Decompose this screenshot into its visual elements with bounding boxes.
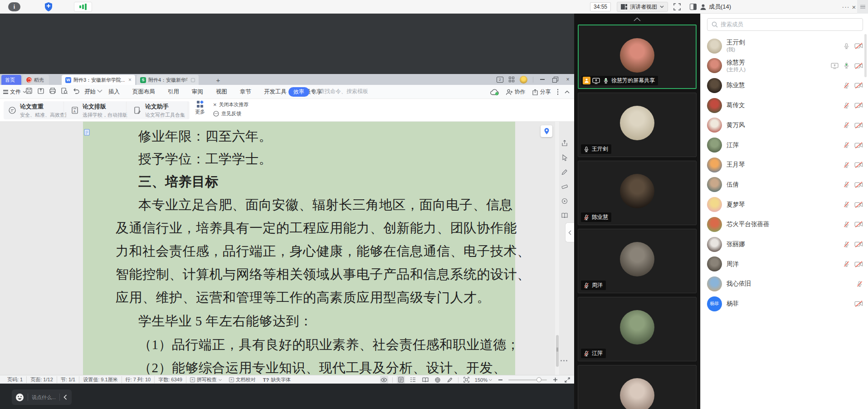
print-preview-icon[interactable] xyxy=(60,87,68,94)
side-pen-icon[interactable] xyxy=(561,168,569,176)
close-recommendation-button[interactable]: × 关闭本次推荐 xyxy=(213,101,249,108)
menu-7[interactable]: 章节 xyxy=(234,88,258,96)
side-panel-toggle-button[interactable] xyxy=(688,2,697,11)
restore-button[interactable] xyxy=(551,76,559,83)
zoom-in-button[interactable] xyxy=(551,376,559,384)
member-camera-button[interactable] xyxy=(854,63,863,69)
fit-page-icon[interactable] xyxy=(463,376,471,384)
member-row-陈业慧[interactable]: 陈业慧 xyxy=(701,75,868,95)
security-shield-icon[interactable] xyxy=(42,1,55,12)
zoom-level-button[interactable]: 150% xyxy=(475,377,492,383)
eye-protect-icon[interactable] xyxy=(380,376,388,384)
proofread-button[interactable]: ✕文档校对 xyxy=(225,376,259,383)
member-camera-button[interactable] xyxy=(854,142,863,148)
collaborate-button[interactable]: 协作 xyxy=(506,88,526,96)
member-row-葛传文[interactable]: 葛传文 xyxy=(701,95,868,115)
menu-2[interactable]: 插入 xyxy=(102,88,126,96)
member-mic-button[interactable] xyxy=(843,201,850,208)
member-mic-button[interactable] xyxy=(843,102,850,109)
collapse-ribbon-icon[interactable] xyxy=(565,90,570,94)
share-button[interactable]: 分享 xyxy=(532,88,551,96)
promo-more-button[interactable]: 更多 xyxy=(190,101,210,115)
video-tile-江萍[interactable]: 江萍 xyxy=(578,297,697,361)
member-row-徐慧芳[interactable]: 徐慧芳(主持人) xyxy=(701,56,868,76)
feedback-button[interactable]: 意见反馈 xyxy=(213,110,249,117)
chat-input-pill[interactable]: 说点什么... xyxy=(12,389,72,405)
export-icon[interactable] xyxy=(37,87,44,94)
panel-drag-handle[interactable] xyxy=(857,0,868,14)
spellcheck-button[interactable]: ✕拼写检查 xyxy=(186,376,225,383)
more-options-icon[interactable] xyxy=(557,89,559,95)
member-row-周洋[interactable]: 周洋 xyxy=(701,254,868,274)
full-screen-doc-icon[interactable] xyxy=(563,376,571,384)
member-row-伍倩[interactable]: 伍倩 xyxy=(701,175,868,195)
document-tab-1[interactable]: 首页 xyxy=(1,75,21,85)
side-ruler-icon[interactable] xyxy=(561,182,569,191)
side-share-icon[interactable] xyxy=(561,139,569,147)
menu-8[interactable]: 开发工具 xyxy=(258,88,293,96)
promo-card-3[interactable]: 论文助手论文写作工具合集 xyxy=(129,101,190,119)
collapse-strip-button[interactable] xyxy=(631,15,644,23)
member-search-box[interactable] xyxy=(707,18,863,31)
new-tab-button[interactable]: + xyxy=(213,75,223,85)
save-icon[interactable] xyxy=(25,87,33,94)
member-mic-button[interactable] xyxy=(843,241,850,248)
member-row-我心依旧[interactable]: 我心依旧 xyxy=(701,274,868,294)
member-camera-button[interactable] xyxy=(854,202,863,208)
member-row-芯火平台张蓓蓓[interactable]: 芯火平台张蓓蓓 xyxy=(701,214,868,234)
video-tile-徐慧芳的屏幕共享[interactable]: 徐慧芳的屏幕共享 xyxy=(578,25,697,89)
member-camera-button[interactable] xyxy=(854,182,863,188)
member-mic-button[interactable] xyxy=(843,82,850,89)
meeting-info-icon[interactable]: i xyxy=(8,2,20,11)
outline-view-icon[interactable] xyxy=(409,376,417,384)
member-row-杨菲[interactable]: 杨菲杨菲 xyxy=(701,294,868,314)
video-tile-partial[interactable] xyxy=(578,365,697,409)
document-tab-4[interactable]: S附件4：安徽新华学...022.9.30) xyxy=(137,75,199,85)
file-menu-button[interactable]: 文件 xyxy=(3,87,26,97)
close-button[interactable]: × xyxy=(564,76,571,83)
member-camera-button[interactable] xyxy=(854,221,863,227)
member-mic-button[interactable] xyxy=(843,261,850,267)
location-pin-button[interactable] xyxy=(541,125,552,137)
member-mic-button[interactable] xyxy=(843,142,850,148)
member-mic-button[interactable] xyxy=(843,62,850,69)
member-camera-button[interactable] xyxy=(854,162,863,168)
member-mic-button[interactable] xyxy=(843,122,850,128)
menu-4[interactable]: 引用 xyxy=(161,88,185,96)
video-tile-陈业慧[interactable]: 陈业慧 xyxy=(578,161,697,225)
document-scrollbar[interactable] xyxy=(555,122,559,375)
ink-edit-icon[interactable] xyxy=(446,376,454,384)
menu-6[interactable]: 视图 xyxy=(210,88,234,96)
member-camera-button[interactable] xyxy=(854,261,863,267)
member-row-王月琴[interactable]: 王月琴 xyxy=(701,155,868,175)
member-mic-button[interactable] xyxy=(843,162,850,168)
tab-close-icon[interactable]: × xyxy=(128,77,132,83)
menu-5[interactable]: 审阅 xyxy=(185,88,210,96)
member-row-王亓剑[interactable]: 王亓剑(我) xyxy=(701,36,868,56)
minimize-button[interactable] xyxy=(539,76,546,83)
zoom-slider-knob[interactable] xyxy=(536,377,541,382)
side-book-icon[interactable] xyxy=(561,212,569,220)
video-tile-周洋[interactable]: 周洋 xyxy=(578,229,697,293)
fullscreen-button[interactable] xyxy=(672,2,682,11)
side-target-icon[interactable] xyxy=(561,197,569,205)
page-view-icon[interactable] xyxy=(397,376,405,384)
menu-1[interactable]: 开始 xyxy=(78,88,102,96)
side-cursor-icon[interactable] xyxy=(561,153,569,162)
zoom-slider[interactable] xyxy=(508,379,547,380)
more-tools-icon[interactable] xyxy=(561,360,567,361)
member-camera-button[interactable] xyxy=(854,122,863,128)
member-row-黄万风[interactable]: 黄万风 xyxy=(701,115,868,135)
document-tab-3[interactable]: W附件3：安徽新华学院...2022.9.30)× xyxy=(62,75,135,85)
promo-card-2[interactable]: A 论文排版选择学校，自动排版 xyxy=(66,101,132,119)
member-row-夏梦琴[interactable]: 夏梦琴 xyxy=(701,195,868,215)
comment-marker-icon[interactable] xyxy=(84,129,90,137)
member-mic-button[interactable] xyxy=(843,181,850,188)
member-camera-button[interactable] xyxy=(854,82,863,89)
menu-3[interactable]: 页面布局 xyxy=(126,88,161,96)
efficiency-tab[interactable]: 效率 xyxy=(288,87,309,97)
member-mic-button[interactable] xyxy=(843,221,850,228)
read-mode-icon[interactable] xyxy=(421,376,429,384)
split-window-icon[interactable]: 2 xyxy=(497,77,503,83)
print-icon[interactable] xyxy=(49,87,56,94)
